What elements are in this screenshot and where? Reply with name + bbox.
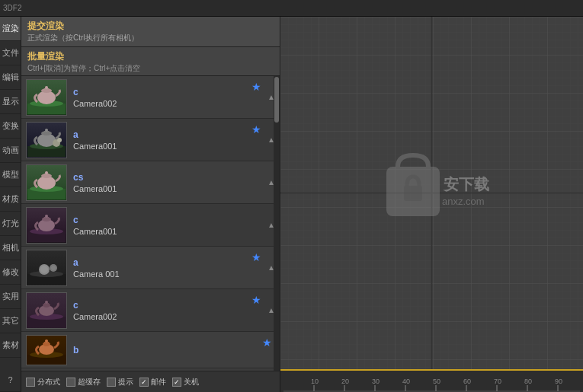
sidebar-item-material[interactable]: 材质: [0, 187, 21, 212]
checkbox-hint[interactable]: 提示: [107, 377, 133, 387]
render-thumb-7: [26, 335, 67, 365]
render-label-7: b: [73, 345, 262, 355]
submit-title: 提交渲染: [27, 20, 274, 33]
batch-header: 批量渲染 Ctrl+[取消]为暂停；Ctrl+点击清空: [21, 47, 280, 76]
sidebar-item-render[interactable]: 渲染: [0, 17, 21, 41]
svg-point-29: [40, 266, 48, 273]
render-label-2: a: [73, 129, 251, 140]
render-item[interactable]: a Camera001 ★ ▲: [21, 119, 280, 161]
checkbox-box-distributed[interactable]: [26, 378, 35, 387]
render-item[interactable]: c Camera002 ★ ▲: [21, 289, 280, 332]
sidebar-item-model[interactable]: 模型: [0, 163, 21, 187]
render-thumb-5: [26, 250, 67, 286]
render-label-3: cs: [73, 172, 254, 183]
render-item[interactable]: c Camera002 ★ ▲: [21, 76, 280, 119]
checkbox-box-supercache[interactable]: [66, 378, 75, 387]
render-label-4: c: [73, 215, 254, 225]
sidebar-item-display[interactable]: 显示: [0, 90, 21, 114]
render-thumb-1: [26, 79, 67, 116]
star-icon-1[interactable]: ★: [251, 81, 261, 93]
scrollbar-vertical[interactable]: [274, 76, 280, 371]
render-camera-4: Camera001: [73, 227, 254, 236]
sidebar-item-material2[interactable]: 素材: [0, 333, 21, 358]
svg-point-43: [45, 339, 48, 343]
timeline[interactable]: 10 20 30 40 50 60 70 80 90: [280, 369, 583, 392]
star-icon-2[interactable]: ★: [251, 123, 261, 135]
render-list[interactable]: c Camera002 ★ ▲: [21, 76, 280, 371]
render-camera-6: Camera002: [73, 312, 251, 321]
viewport-main[interactable]: 安下载 anxz.com: [280, 17, 583, 369]
svg-text:10: 10: [311, 378, 319, 385]
svg-text:90: 90: [555, 378, 562, 385]
checkbox-box-hint[interactable]: [107, 378, 116, 387]
sidebar-item-animation[interactable]: 动画: [0, 139, 21, 163]
render-item[interactable]: a Camera 001 ★ ▲: [21, 247, 280, 289]
svg-point-25: [45, 215, 48, 218]
sidebar-item-camera[interactable]: 相机: [0, 236, 21, 260]
svg-text:80: 80: [524, 378, 532, 385]
submit-header: 提交渲染 正式渲染（按Ctrl执行所有相机）: [21, 17, 280, 47]
render-camera-5: Camera 001: [73, 269, 251, 279]
sidebar-item-other[interactable]: 其它: [0, 309, 21, 333]
sidebar-item-transform[interactable]: 变换: [0, 114, 21, 139]
batch-panel: 提交渲染 正式渲染（按Ctrl执行所有相机） 批量渲染 Ctrl+[取消]为暂停…: [21, 17, 280, 392]
render-label-5: a: [73, 257, 251, 268]
render-info-7: b: [73, 345, 262, 355]
bottom-controls: 分布式 超缓存 提示 邮件 关机: [21, 371, 280, 392]
sidebar-nav: 渲染 文件 编辑 显示 变换 动画 模型 材质 灯光 相机 修改 实用 其它 素…: [0, 17, 21, 392]
render-info-5: a Camera 001: [73, 257, 251, 279]
render-info-3: cs Camera001: [73, 172, 254, 193]
checkbox-email[interactable]: 邮件: [139, 377, 166, 387]
sidebar-item-modify[interactable]: 修改: [0, 260, 21, 285]
render-item[interactable]: cs Camera001 ▲: [21, 161, 280, 204]
render-thumb-4: [26, 207, 67, 244]
svg-point-13: [57, 138, 62, 142]
render-info-1: c Camera002: [73, 87, 251, 108]
star-icon-7[interactable]: ★: [262, 336, 272, 349]
checkbox-supercache[interactable]: 超缓存: [66, 377, 101, 387]
svg-rect-53: [283, 370, 580, 392]
render-camera-1: Camera002: [73, 99, 251, 108]
render-info-6: c Camera002: [73, 300, 251, 321]
sidebar-item-light[interactable]: 灯光: [0, 212, 21, 236]
timeline-ruler: 10 20 30 40 50 60 70 80 90: [283, 370, 580, 392]
render-info-4: c Camera001: [73, 215, 254, 236]
checkbox-distributed[interactable]: 分布式: [26, 377, 60, 387]
main-layout: 渲染 文件 编辑 显示 变换 动画 模型 材质 灯光 相机 修改 实用 其它 素…: [0, 17, 583, 392]
sidebar-item-help[interactable]: ?: [0, 368, 21, 392]
checkbox-box-shutdown[interactable]: [172, 378, 181, 387]
svg-point-19: [45, 171, 48, 174]
svg-text:50: 50: [433, 378, 440, 385]
checkbox-shutdown[interactable]: 关机: [172, 377, 199, 387]
sidebar-item-utility[interactable]: 实用: [0, 285, 21, 309]
checkbox-box-email[interactable]: [139, 378, 149, 387]
svg-point-31: [51, 266, 56, 270]
svg-point-37: [45, 301, 48, 304]
svg-text:30: 30: [372, 378, 380, 385]
submit-subtitle: 正式渲染（按Ctrl执行所有相机）: [27, 33, 274, 43]
render-info-2: a Camera001: [73, 129, 251, 151]
render-label-1: c: [73, 87, 251, 97]
app-logo: 3DF2: [3, 4, 21, 12]
render-item[interactable]: c Camera001 ▲: [21, 204, 280, 247]
star-icon-5[interactable]: ★: [251, 251, 261, 263]
render-camera-2: Camera001: [73, 142, 251, 151]
svg-point-5: [45, 86, 48, 89]
viewport-grid: [280, 17, 583, 369]
svg-text:70: 70: [494, 378, 501, 385]
render-thumb-3: [26, 164, 67, 201]
render-camera-3: Camera001: [73, 184, 254, 193]
svg-text:40: 40: [402, 378, 410, 385]
scrollbar-thumb[interactable]: [274, 77, 279, 123]
svg-point-11: [45, 129, 48, 132]
top-bar: 3DF2: [0, 0, 583, 17]
render-label-6: c: [73, 300, 251, 311]
viewport-area: 安下载 anxz.com 10 20 30 40 50: [280, 17, 583, 392]
sidebar-item-file[interactable]: 文件: [0, 41, 21, 65]
batch-hint: Ctrl+[取消]为暂停；Ctrl+点击清空: [27, 63, 274, 74]
render-item[interactable]: b ★: [21, 332, 280, 368]
svg-text:60: 60: [463, 378, 471, 385]
star-icon-6[interactable]: ★: [251, 294, 261, 306]
batch-title: 批量渲染: [27, 50, 274, 63]
sidebar-item-edit[interactable]: 编辑: [0, 65, 21, 90]
